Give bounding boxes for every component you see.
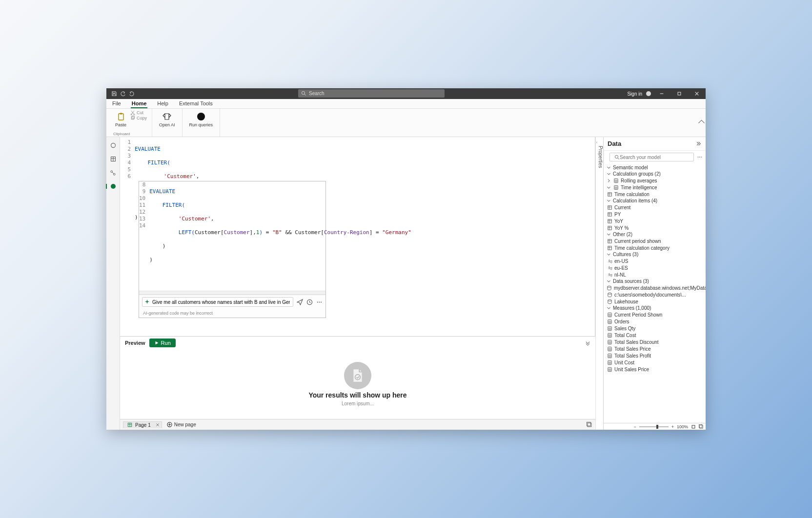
language-icon	[607, 258, 612, 264]
tree-node-m-total-cost[interactable]: Total Cost	[604, 332, 706, 339]
avatar-icon[interactable]	[646, 91, 651, 96]
preview-subtext: Lorem ipsum...	[342, 401, 374, 406]
redo-icon[interactable]	[129, 91, 135, 97]
tree-node-m-total-sales-price[interactable]: Total Sales Price	[604, 345, 706, 352]
tree-node-ds-2[interactable]: c:\users\somebody\documents\...	[604, 291, 706, 298]
menu-home[interactable]: Home	[131, 99, 148, 108]
ai-prompt-input[interactable]	[142, 297, 293, 307]
cut-button[interactable]: Cut	[130, 110, 147, 115]
view-switcher	[106, 137, 120, 430]
paste-button[interactable]: Paste	[113, 110, 128, 128]
open-ai-icon	[162, 111, 172, 122]
tree-node-rolling-averages[interactable]: Rolling averages	[604, 177, 706, 184]
title-bar: Untitled - Power BI Desktop Sign in	[106, 88, 706, 99]
tree-node-m-orders[interactable]: Orders	[604, 318, 706, 325]
tree-node-m-unit-sales-price[interactable]: Unit Sales Price	[604, 366, 706, 373]
zoom-slider[interactable]	[639, 426, 669, 427]
tree-node-m-current-period-shown[interactable]: Current Period Shown	[604, 311, 706, 318]
paste-icon	[116, 111, 126, 122]
copy-button[interactable]: Copy	[130, 116, 147, 120]
language-icon	[607, 272, 612, 278]
tree-node-eu-es[interactable]: eu-ES	[604, 264, 706, 271]
tree-node-m-unit-cost[interactable]: Unit Cost	[604, 359, 706, 366]
expand-data-panel-icon[interactable]	[696, 141, 702, 146]
group-icon	[613, 178, 619, 183]
tree-node-data-sources[interactable]: Data sources (3)	[604, 278, 706, 284]
zoom-in-button[interactable]: +	[671, 424, 674, 429]
tree-node-yoy-pct[interactable]: YoY %	[604, 224, 706, 231]
tree-node-time-calc-category[interactable]: Time calculation category	[604, 244, 706, 251]
tree-node-current[interactable]: Current	[604, 204, 706, 211]
menu-external-tools[interactable]: External Tools	[178, 99, 214, 108]
measure-icon	[607, 359, 612, 365]
open-ai-button[interactable]: Open AI	[157, 110, 177, 128]
properties-collapsed[interactable]: Properties	[595, 137, 603, 430]
tree-node-current-period-shown[interactable]: Current period shown	[604, 238, 706, 244]
tree-node-calc-groups[interactable]: Calculation groups (2)	[604, 171, 706, 177]
dax-editor[interactable]: 1 2 3 4 5 6 EVALUATE FILTER( 'Customer',…	[120, 137, 595, 336]
dax-query-view-icon[interactable]	[110, 183, 117, 190]
report-view-icon[interactable]	[110, 142, 117, 149]
tree-node-calc-items[interactable]: Calculation items (4)	[604, 198, 706, 204]
tree-node-nl-nl[interactable]: nl-NL	[604, 271, 706, 278]
database-icon	[607, 292, 612, 298]
tree-node-yoy[interactable]: YoY	[604, 218, 706, 224]
tree-node-py[interactable]: PY	[604, 211, 706, 218]
page-tab-1[interactable]: Page 1	[123, 421, 162, 428]
play-icon	[154, 340, 159, 345]
collapse-preview-icon[interactable]	[585, 340, 590, 346]
zoom-bar: − + 100%	[604, 423, 706, 430]
send-button[interactable]	[296, 299, 303, 305]
item-icon	[607, 225, 612, 231]
run-button[interactable]: Run	[149, 339, 176, 347]
tree-node-ds-3[interactable]: Lakehouse	[604, 298, 706, 305]
ribbon-group-clipboard: Paste Cut Copy Clipboard	[108, 109, 152, 137]
global-search-input[interactable]	[298, 89, 445, 98]
run-queries-button[interactable]: Run queries	[187, 110, 215, 128]
sparkle-icon	[144, 299, 150, 304]
menu-help[interactable]: Help	[156, 99, 169, 108]
more-button[interactable]	[316, 299, 323, 305]
more-icon[interactable]	[697, 154, 703, 160]
measure-icon	[607, 346, 612, 352]
cut-icon	[130, 110, 135, 115]
search-icon	[614, 155, 620, 160]
ai-disclaimer: AI-generated code may be incorrect	[139, 309, 325, 318]
save-icon[interactable]	[111, 91, 117, 97]
undo-icon[interactable]	[120, 91, 126, 97]
preview-title: Preview	[125, 340, 145, 346]
history-button[interactable]	[306, 299, 313, 305]
new-page-button[interactable]: New page	[167, 422, 196, 427]
copy-pages-icon[interactable]	[587, 422, 592, 428]
sign-in-link[interactable]: Sign in	[627, 91, 642, 97]
line-gutter: 1 2 3 4 5 6	[120, 139, 135, 235]
presentation-icon[interactable]	[699, 424, 704, 429]
model-view-icon[interactable]	[110, 169, 117, 176]
app-window: Untitled - Power BI Desktop Sign in File…	[106, 88, 706, 430]
tree-node-time-calculation[interactable]: Time calculation	[604, 191, 706, 198]
tree-node-time-intelligence[interactable]: Time intelligence	[604, 184, 706, 191]
properties-label: Properties	[598, 146, 603, 168]
maximize-button[interactable]	[672, 88, 686, 99]
paste-label: Paste	[115, 122, 126, 127]
close-tab-icon[interactable]	[156, 423, 160, 427]
ai-code: 8 9 10 11 12 13 14 EVALUATE FILTER( 'Cus…	[139, 181, 325, 291]
measure-icon	[607, 312, 612, 318]
close-button[interactable]	[690, 88, 704, 99]
tree-node-measures[interactable]: Measures (1,000)	[604, 305, 706, 311]
tree-node-other[interactable]: Other (2)	[604, 231, 706, 238]
tree-node-m-sales-qty[interactable]: Sales Qty	[604, 325, 706, 332]
zoom-out-button[interactable]: −	[633, 424, 636, 429]
tree-node-semantic-model[interactable]: Semantic model	[604, 164, 706, 171]
menu-file[interactable]: File	[111, 99, 122, 108]
plus-icon	[167, 422, 172, 427]
tree-node-cultures[interactable]: Cultures (3)	[604, 251, 706, 258]
tree-node-en-us[interactable]: en-US	[604, 258, 706, 264]
minimize-button[interactable]	[655, 88, 669, 99]
fit-to-page-icon[interactable]	[691, 424, 696, 429]
tree-node-ds-1[interactable]: mydbserver.database.windows.net;MyData..…	[604, 284, 706, 291]
table-view-icon[interactable]	[110, 156, 117, 162]
tree-node-m-total-sales-profit[interactable]: Total Sales Profit	[604, 352, 706, 359]
model-search-input[interactable]	[609, 153, 694, 161]
tree-node-m-total-sales-discount[interactable]: Total Sales Discount	[604, 339, 706, 345]
